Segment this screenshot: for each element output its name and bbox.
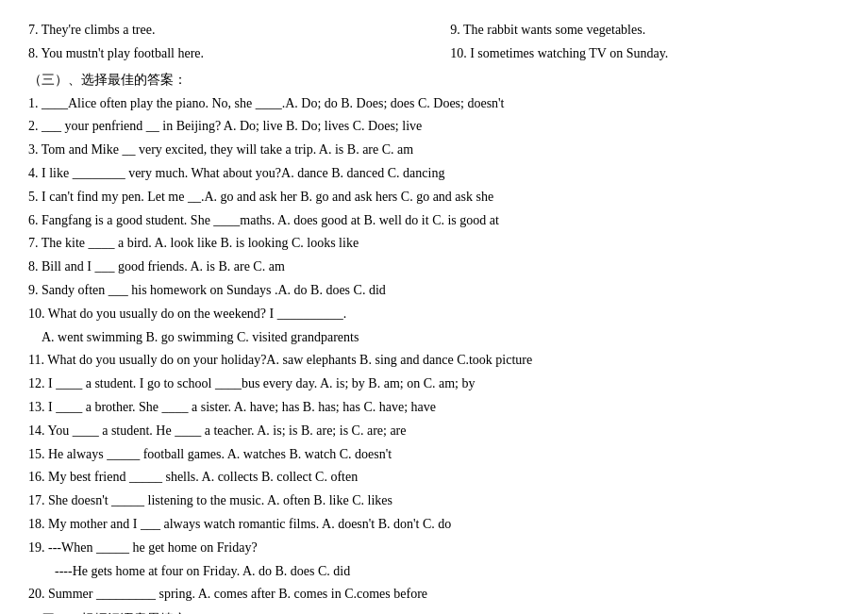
line-10: 10. I sometimes watching TV on Sunday. (450, 42, 840, 65)
section3-line-13: 12. I ____ a student. I go to school ___… (28, 373, 840, 395)
section3-line-1: 1. ____Alice often play the piano. No, s… (28, 92, 840, 115)
section3-line-8: 8. Bill and I ___ good friends. A. is B.… (28, 256, 840, 278)
section3-line-4: 4. I like ________ very much. What about… (28, 162, 840, 185)
section3-line-17: 16. My best friend _____ shells. A. coll… (28, 466, 840, 489)
line-9: 9. The rabbit wants some vegetables. (450, 19, 840, 41)
section3-line-16: 15. He always _____ football games. A. w… (28, 443, 840, 466)
section3-line-9: 9. Sandy often ___ his homework on Sunda… (28, 279, 840, 302)
section3-line-3: 3. Tom and Mike __ very excited, they wi… (28, 139, 840, 161)
section3-line-21: ----He gets home at four on Friday. A. d… (28, 560, 840, 583)
section3-line-14: 13. I ____ a brother. She ____ a sister.… (28, 396, 840, 419)
section3-line-18: 17. She doesn't _____ listening to the m… (28, 490, 840, 512)
section3-line-7: 7. The kite ____ a bird. A. look like B.… (28, 232, 840, 255)
section3-line-6: 6. Fangfang is a good student. She ____m… (28, 209, 840, 232)
page-content: 7. They're climbs a tree. 8. You mustn't… (28, 19, 840, 614)
top-two-col: 7. They're climbs a tree. 8. You mustn't… (28, 19, 840, 66)
section3-line-22: 20. Summer _________ spring. A. comes af… (28, 583, 840, 606)
section3-line-20: 19. ---When _____ he get home on Friday? (28, 537, 840, 559)
line-8: 8. You mustn't play football here. (28, 42, 418, 65)
section3-line-19: 18. My mother and I ___ always watch rom… (28, 513, 840, 536)
section3-lines: 1. ____Alice often play the piano. No, s… (28, 92, 840, 606)
section3-title: （三）、选择最佳的答案： (28, 72, 840, 89)
section3-line-11: A. went swimming B. go swimming C. visit… (28, 326, 840, 349)
section3-line-10: 10. What do you usually do on the weeken… (28, 303, 840, 325)
section3-line-12: 11. What do you usually do on your holid… (28, 349, 840, 372)
section3-line-15: 14. You ____ a student. He ____ a teache… (28, 420, 840, 442)
section3-line-2: 2. ___ your penfriend __ in Beijing? A. … (28, 115, 840, 138)
left-col: 7. They're climbs a tree. 8. You mustn't… (28, 19, 418, 66)
section3-line-5: 5. I can't find my pen. Let me __.A. go … (28, 186, 840, 208)
right-col: 9. The rabbit wants some vegetables. 10.… (450, 19, 840, 66)
line-7: 7. They're climbs a tree. (28, 19, 418, 41)
